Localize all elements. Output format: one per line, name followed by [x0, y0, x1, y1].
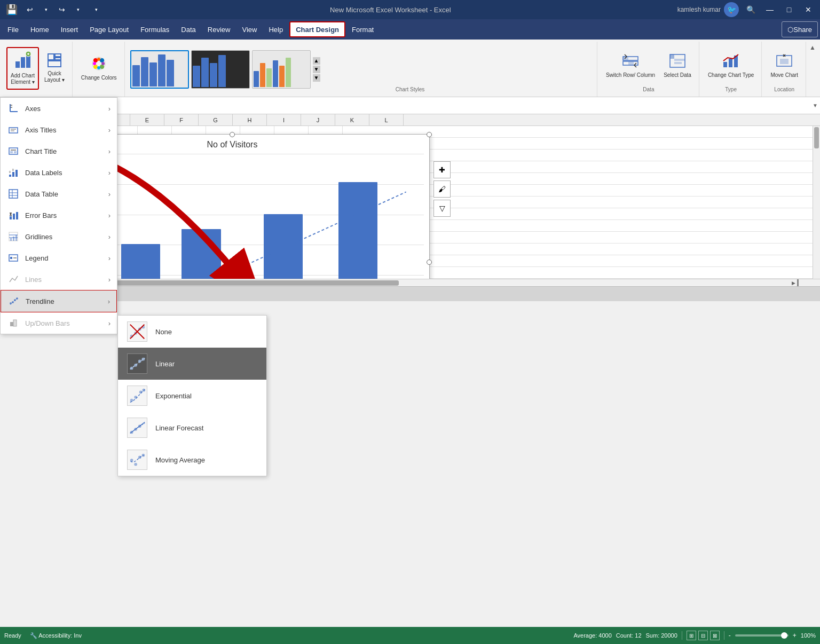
status-sum: Sum: 20000	[646, 632, 677, 639]
menu-axis-titles[interactable]: Axis Titles	[1, 119, 117, 140]
col-header-l[interactable]: L	[369, 114, 404, 125]
redo-dropdown[interactable]: ▾	[70, 2, 85, 17]
trendline-icon	[7, 295, 20, 308]
col-header-g[interactable]: G	[199, 114, 233, 125]
chart-style-2[interactable]	[191, 50, 250, 89]
col-header-j[interactable]: J	[301, 114, 335, 125]
axis-titles-label: Axis Titles	[25, 126, 57, 134]
menu-gridlines[interactable]: Gridlines	[1, 226, 117, 247]
minimize-button[interactable]: —	[762, 2, 777, 17]
chart-styles-thumbs	[130, 50, 311, 89]
menu-legend[interactable]: Legend	[1, 247, 117, 269]
scroll-expand-arrow[interactable]: ▼	[313, 66, 320, 73]
chart-filters-button[interactable]: ▽	[433, 200, 451, 217]
normal-view-btn[interactable]: ⊞	[687, 631, 696, 640]
menu-format[interactable]: Format	[346, 21, 379, 37]
menu-chart-design[interactable]: Chart Design	[289, 21, 345, 37]
select-data-button[interactable]: Select Data	[660, 44, 695, 87]
menu-data[interactable]: Data	[176, 21, 201, 37]
menu-home[interactable]: Home	[25, 21, 54, 37]
save-button[interactable]: 💾	[4, 2, 19, 17]
zoom-thumb[interactable]	[781, 632, 787, 639]
trendline-exponential[interactable]: Exponential	[118, 380, 266, 412]
horizontal-scrollbar[interactable]	[7, 280, 790, 286]
scrollbar-thumb-h[interactable]	[86, 280, 399, 286]
scrollbar-splitter[interactable]	[797, 279, 799, 287]
svg-text:0: 0	[9, 170, 11, 174]
add-chart-element-button[interactable]: Add ChartElement ▾	[6, 47, 39, 90]
page-layout-view-btn[interactable]: ⊟	[698, 631, 708, 640]
status-bar-right: Average: 4000 Count: 12 Sum: 20000 ⊞ ⊟ ⊠…	[573, 631, 816, 640]
chart-bars: 2nd 3rd 4th 5th	[67, 154, 424, 279]
menu-help[interactable]: Help	[263, 21, 288, 37]
change-colors-button[interactable]: Change Colors	[78, 47, 120, 90]
close-button[interactable]: ✕	[801, 2, 816, 17]
col-header-f[interactable]: F	[164, 114, 199, 125]
zoom-in-btn[interactable]: +	[793, 632, 797, 639]
svg-line-96	[130, 422, 145, 434]
menu-axes[interactable]: Axes	[1, 98, 117, 119]
trendline-linear[interactable]: Linear	[118, 348, 266, 380]
menu-updown-bars[interactable]: Up/Down Bars	[1, 312, 117, 334]
menu-trendline[interactable]: Trendline	[1, 290, 117, 312]
scrollbar-thumb-v[interactable]	[814, 127, 819, 148]
share-button[interactable]: ⬡ Share	[782, 21, 818, 37]
scroll-right-btn[interactable]: ▶	[790, 279, 797, 287]
chart-style-3[interactable]	[252, 50, 311, 89]
scroll-down-arrow[interactable]: ▼	[313, 74, 320, 82]
menu-view[interactable]: View	[236, 21, 262, 37]
style-bar	[266, 68, 272, 87]
col-header-h[interactable]: H	[233, 114, 267, 125]
chart-elements-button[interactable]: ✚	[433, 161, 451, 178]
menu-data-table[interactable]: Data Table	[1, 183, 117, 205]
trendline-none[interactable]: None	[118, 316, 266, 348]
chart-styles-button[interactable]: 🖌	[433, 180, 451, 198]
col-header-e[interactable]: E	[130, 114, 164, 125]
data-table-icon	[7, 187, 20, 200]
menu-chart-title[interactable]: Chart Title	[1, 140, 117, 162]
trendline-linear-forecast[interactable]: Linear Forecast	[118, 412, 266, 444]
undo-dropdown[interactable]: ▾	[38, 2, 53, 17]
svg-rect-6	[48, 54, 54, 60]
menu-page-layout[interactable]: Page Layout	[84, 21, 134, 37]
grid-area: s 0 0 0 0 0 14 15 16 17 18 19 20	[0, 126, 820, 279]
zoom-slider[interactable]	[735, 634, 789, 637]
add-chart-dropdown[interactable]: Axes Axis Titles Chart Title 00 Data Lab…	[0, 97, 117, 334]
vertical-scrollbar[interactable]	[813, 126, 820, 279]
trendline-submenu[interactable]: None Linear	[117, 315, 267, 476]
change-colors-label: Change Colors	[81, 75, 117, 81]
redo-button[interactable]: ↪	[54, 2, 69, 17]
trendline-moving-average[interactable]: Moving Average	[118, 444, 266, 476]
col-header-k[interactable]: K	[335, 114, 369, 125]
menu-review[interactable]: Review	[202, 21, 236, 37]
svg-point-13	[100, 65, 104, 69]
maximize-button[interactable]: □	[782, 2, 797, 17]
menu-file[interactable]: File	[2, 21, 24, 37]
move-chart-button[interactable]: Move Chart	[767, 44, 801, 87]
menu-formulas[interactable]: Formulas	[135, 21, 175, 37]
chart-style-1[interactable]	[130, 50, 189, 89]
ribbon-collapse[interactable]: ▲	[807, 42, 818, 97]
svg-rect-7	[55, 54, 61, 57]
ribbon-group-data: Switch Row/ Column Select Data Data	[598, 42, 699, 97]
status-count: Count: 12	[616, 632, 642, 639]
quick-layout-button[interactable]: QuickLayout ▾	[41, 47, 68, 90]
menu-data-labels[interactable]: 00 Data Labels	[1, 162, 117, 183]
customize-button[interactable]: ▾	[89, 2, 104, 17]
change-chart-type-button[interactable]: Change Chart Type	[705, 44, 758, 87]
select-data-icon	[669, 52, 686, 71]
zoom-out-btn[interactable]: -	[729, 632, 731, 639]
svg-rect-1	[21, 57, 25, 68]
undo-button[interactable]: ↩	[22, 2, 37, 17]
menu-lines[interactable]: Lines	[1, 269, 117, 290]
menu-insert[interactable]: Insert	[56, 21, 84, 37]
page-break-view-btn[interactable]: ⊠	[710, 631, 720, 640]
menu-error-bars[interactable]: Error Bars	[1, 205, 117, 226]
switch-row-col-button[interactable]: Switch Row/ Column	[603, 44, 658, 87]
trendline-linear-forecast-label: Linear Forecast	[155, 424, 203, 432]
bar-5th	[338, 182, 377, 279]
search-button[interactable]: 🔍	[743, 2, 758, 17]
scroll-up-arrow[interactable]: ▲	[313, 57, 320, 65]
formula-input[interactable]	[78, 99, 810, 112]
col-header-i[interactable]: I	[267, 114, 301, 125]
